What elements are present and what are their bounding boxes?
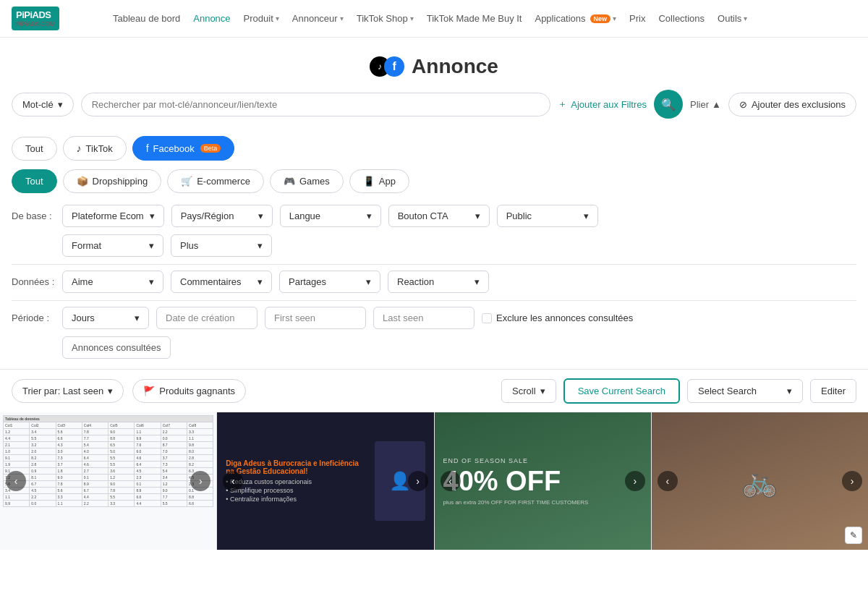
base-filter-label: De base :	[12, 211, 55, 221]
card4-next-button[interactable]: ›	[842, 471, 862, 491]
cat-tab-dropshipping-label: Dropshipping	[93, 176, 148, 187]
search-button[interactable]: 🔍	[654, 90, 683, 119]
nav-annonceur[interactable]: Annonceur ▾	[292, 13, 344, 24]
filter-divider	[12, 264, 856, 265]
search-input[interactable]	[92, 99, 540, 110]
periode-filter-row: Période : Jours ▾ Date de création First…	[12, 307, 856, 329]
save-search-label: Save Current Search	[578, 386, 665, 396]
annonces-consultees-label: Annonces consultées	[72, 342, 161, 353]
donnees-filter-label: Données :	[12, 276, 55, 287]
nav-tiktokshop[interactable]: TikTok Shop ▾	[357, 13, 414, 24]
public-label: Public	[506, 211, 532, 221]
platform-tab-tiktok[interactable]: ♪ TikTok	[63, 136, 127, 161]
card3-discount: 40% OFF	[443, 467, 561, 495]
bouton-cta-select[interactable]: Bouton CTA ▾	[388, 205, 490, 227]
ad-card-4: 🚲 ‹ › ✎	[652, 412, 868, 550]
sort-button[interactable]: Trier par: Last seen ▾	[12, 379, 124, 403]
edit-label: Editer	[821, 386, 846, 396]
results-bar: Trier par: Last seen ▾ 🚩 Produits gagnan…	[0, 369, 868, 412]
card4-prev-button[interactable]: ‹	[658, 471, 678, 491]
commentaires-select[interactable]: Commentaires ▾	[171, 271, 272, 293]
public-select[interactable]: Public ▾	[497, 205, 598, 227]
aime-select[interactable]: Aime ▾	[62, 271, 163, 293]
nav-tableau-de-bord[interactable]: Tableau de bord	[113, 13, 180, 24]
nav-tiktok-mmbiy[interactable]: TikTok Made Me Buy It	[427, 13, 522, 24]
pays-region-arrow-icon: ▾	[258, 211, 263, 221]
jours-label: Jours	[72, 312, 95, 323]
card2-next-button[interactable]: ›	[408, 471, 428, 491]
reaction-label: Reaction	[397, 276, 434, 287]
reaction-select[interactable]: Reaction ▾	[388, 271, 489, 293]
nav-annonce[interactable]: Annonce	[193, 13, 230, 24]
partages-arrow-icon: ▾	[366, 276, 371, 287]
card3-tag: END OF SEASON SALE	[443, 457, 529, 464]
date-creation-input[interactable]: Date de création	[156, 307, 258, 329]
cat-tab-dropshipping[interactable]: 📦 Dropshipping	[63, 169, 162, 193]
jours-select[interactable]: Jours ▾	[62, 307, 149, 329]
partages-select[interactable]: Partages ▾	[279, 271, 380, 293]
format-label: Format	[72, 240, 101, 251]
ad-card-3: END OF SEASON SALE 40% OFF plus an extra…	[435, 412, 652, 550]
bouton-cta-label: Bouton CTA	[398, 211, 448, 221]
search-type-dropdown[interactable]: Mot-clé ▾	[12, 93, 74, 116]
exclusions-button[interactable]: ⊘ Ajouter des exclusions	[728, 93, 856, 116]
scroll-arrow-icon: ▾	[540, 386, 545, 396]
winners-button[interactable]: 🚩 Produits gagnants	[132, 379, 246, 403]
logo-box: PiPiADS PiPiADS.COM	[12, 7, 59, 30]
nav-outils[interactable]: Outils ▾	[718, 13, 747, 24]
card2-sub3: • Centralize informações	[226, 496, 367, 503]
games-icon: 🎮	[284, 176, 295, 187]
cat-tab-app[interactable]: 📱 App	[349, 169, 409, 193]
results-left: Trier par: Last seen ▾ 🚩 Produits gagnan…	[12, 379, 246, 403]
card3-next-button[interactable]: ›	[625, 471, 645, 491]
nav-produit[interactable]: Produit ▾	[244, 13, 279, 24]
select-search-dropdown[interactable]: Select Search ▾	[687, 379, 803, 403]
ecommerce-icon: 🛒	[181, 176, 192, 187]
plateforme-ecom-arrow-icon: ▾	[150, 211, 155, 221]
page-title-text: Annonce	[412, 55, 498, 78]
edit-button[interactable]: Editer	[810, 379, 856, 403]
page-title: ♪ f Annonce	[0, 55, 868, 78]
plus-select[interactable]: Plus ▾	[171, 234, 272, 257]
winners-label: Produits gagnants	[159, 386, 235, 396]
nav-collections[interactable]: Collections	[658, 13, 705, 24]
card3-prev-button[interactable]: ‹	[441, 471, 461, 491]
annonces-consultees-btn[interactable]: Annonces consultées	[62, 336, 171, 359]
search-icon: 🔍	[661, 98, 676, 111]
plier-button[interactable]: Plier ▲	[690, 99, 721, 110]
bouton-cta-arrow-icon: ▾	[475, 211, 480, 221]
card2-prev-button[interactable]: ‹	[223, 471, 243, 491]
nav-prix[interactable]: Prix	[629, 13, 645, 24]
format-select[interactable]: Format ▾	[62, 234, 163, 257]
cards-section: Tableau de données Col1Col2Col3Col4Col5C…	[0, 412, 868, 550]
card4-content: 🚲	[652, 412, 868, 550]
platform-tab-tout[interactable]: Tout	[12, 137, 57, 161]
platform-tab-facebook[interactable]: f Facebook Beta	[132, 136, 235, 161]
cat-tab-games[interactable]: 🎮 Games	[270, 169, 344, 193]
reaction-arrow-icon: ▾	[475, 276, 480, 287]
card2-content: Diga Adeus à Burocracia e Ineficiência n…	[217, 412, 433, 550]
nav-applications[interactable]: Applications New ▾	[535, 13, 616, 24]
card1-next-button[interactable]: ›	[190, 471, 210, 491]
first-seen-input[interactable]: First seen	[265, 307, 366, 329]
save-current-search-button[interactable]: Save Current Search	[563, 378, 680, 404]
add-filter-label: Ajouter aux Filtres	[571, 99, 647, 110]
pays-region-select[interactable]: Pays/Région ▾	[171, 205, 273, 227]
select-search-placeholder: Select Search	[698, 386, 757, 396]
base-filter-row2: Format ▾ Plus ▾	[12, 234, 856, 257]
date-creation-label: Date de création	[166, 312, 234, 323]
card1-prev-button[interactable]: ‹	[6, 471, 26, 491]
logo-text: PiPiADS	[16, 9, 51, 20]
filter-icon: ⊘	[739, 99, 747, 110]
plateforme-ecom-select[interactable]: Plateforme Ecom ▾	[62, 205, 164, 227]
langue-select[interactable]: Langue ▾	[280, 205, 381, 227]
last-seen-input[interactable]: Last seen	[373, 307, 475, 329]
add-filter-button[interactable]: ＋ Ajouter aux Filtres	[558, 98, 647, 111]
cat-tab-tout[interactable]: Tout	[12, 169, 57, 193]
cat-tab-ecommerce[interactable]: 🛒 E-commerce	[167, 169, 264, 193]
exclure-checkbox[interactable]	[482, 313, 492, 323]
card4-edit-button[interactable]: ✎	[845, 527, 862, 544]
cat-tab-tout-label: Tout	[25, 176, 43, 187]
scroll-button[interactable]: Scroll ▾	[501, 379, 556, 403]
annonceur-arrow-icon: ▾	[340, 14, 344, 22]
